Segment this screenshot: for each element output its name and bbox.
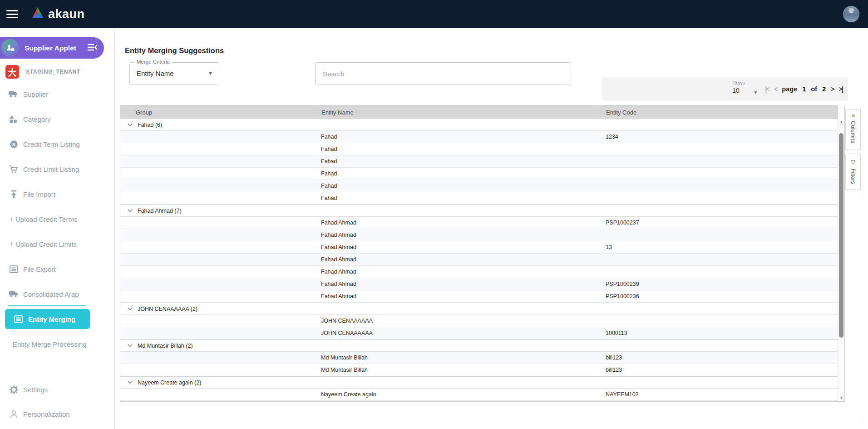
table-group-row[interactable]: Fahad (6)	[120, 119, 838, 131]
truck-icon	[8, 291, 19, 298]
search-input[interactable]	[315, 62, 571, 85]
sidebar-item-consolidated-arap[interactable]: Consolidated Arap	[0, 286, 97, 302]
sidebar-item-label: Upload Credit Terms	[15, 215, 77, 223]
scroll-up-icon[interactable]: ▲	[838, 120, 845, 124]
entity-name-cell: Fahad Ahmad	[317, 266, 599, 278]
entity-code-cell: 13	[599, 241, 838, 253]
column-header-entity-name[interactable]: Entity Name	[317, 106, 599, 119]
table-row[interactable]: Fahad Ahmad PSP1000237	[120, 217, 838, 229]
sidebar: Supplier Applet 大 STAGING_TENANT	[0, 28, 97, 429]
chevron-down-icon[interactable]	[128, 123, 133, 126]
tab-filters-label: Filters	[850, 169, 856, 184]
last-page-icon[interactable]: >|	[838, 85, 843, 93]
entity-code-cell: 1000113	[599, 327, 838, 339]
group-label: Md Muntasir Billah (2)	[138, 343, 193, 349]
pager: |< < page 1 of 2 > >|	[765, 85, 843, 93]
table-row[interactable]: Fahad Ahmad PSP1000239	[120, 278, 838, 290]
merge-criteria-value: Entity Name	[137, 70, 174, 77]
table-row[interactable]: Fahad	[120, 180, 838, 192]
prev-page-icon[interactable]: <	[774, 85, 777, 93]
entity-name-cell: JOHN CENAAAAAA	[317, 327, 599, 339]
table-row[interactable]: Md Muntasir Billah bill123	[120, 352, 838, 364]
table-row[interactable]: Fahad Ahmad	[120, 266, 838, 278]
table-group-row[interactable]: JOHN CENAAAAAA (2)	[120, 303, 838, 315]
entity-code-cell: PSP1000239	[599, 278, 838, 290]
supplier-applet-button[interactable]: Supplier Applet	[0, 37, 104, 59]
table-row[interactable]: Md Muntasir Billah bill123	[120, 364, 838, 376]
collapse-sidebar-icon[interactable]	[88, 44, 98, 53]
chevron-down-icon[interactable]	[128, 209, 133, 212]
next-page-icon[interactable]: >	[831, 85, 833, 93]
table-group-row[interactable]: Md Muntasir Billah (2)	[120, 339, 838, 352]
rows-per-page-select[interactable]: Rows 10 ▼	[732, 80, 759, 98]
entity-name-cell: Fahad Ahmad	[317, 278, 599, 290]
mini-upload-icon	[9, 242, 14, 247]
app-root: akaun Supplier Applet	[0, 0, 868, 429]
sidebar-item-supplier[interactable]: Supplier	[0, 86, 97, 102]
table-row[interactable]: Fahad Ahmad 13	[120, 241, 838, 254]
tab-filters[interactable]: ▽ Filters	[845, 154, 861, 190]
sidebar-item-category[interactable]: Category	[0, 111, 97, 127]
group-label: JOHN CENAAAAAA (2)	[138, 306, 197, 312]
sidebar-item-entity-merge-processing[interactable]: Entity Merge Processing	[0, 336, 97, 352]
sidebar-item-entity-merging[interactable]: Entity Merging	[5, 309, 90, 329]
scroll-down-icon[interactable]: ▼	[838, 396, 845, 400]
column-header-entity-code[interactable]: Entity Code	[599, 106, 838, 119]
page-title: Entity Merging Suggestions	[125, 46, 224, 55]
entity-name-cell: Fahad Ahmad	[317, 229, 599, 241]
hamburger-menu-icon[interactable]	[6, 10, 18, 18]
entity-name-cell: Fahad Ahmad	[317, 254, 599, 265]
table-header: Group Entity Name Entity Code	[120, 105, 838, 119]
sidebar-item-label: Consolidated Arap	[23, 290, 79, 298]
chevron-down-icon[interactable]	[128, 381, 133, 384]
topbar: akaun	[0, 0, 868, 28]
table-row[interactable]: JOHN CENAAAAAA	[120, 315, 838, 327]
table-row[interactable]: Fahad Ahmad	[120, 254, 838, 266]
sidebar-item-file-import[interactable]: File Import	[0, 186, 97, 202]
sidebar-item-credit-limit-listing[interactable]: Credit Limit Listing	[0, 161, 97, 177]
table-row[interactable]: Fahad 1234	[120, 131, 838, 143]
person-icon	[8, 410, 19, 419]
column-header-group[interactable]: Group	[120, 106, 317, 119]
scrollbar-thumb[interactable]	[839, 133, 843, 338]
first-page-icon[interactable]: |<	[765, 85, 769, 93]
sidebar-item-label: Category	[23, 115, 51, 123]
table-row[interactable]: Fahad	[120, 143, 838, 155]
table-row[interactable]: Fahad Ahmad	[120, 229, 838, 241]
table-row[interactable]: JOHN CENAAAAAA 1000113	[120, 327, 838, 339]
table-row[interactable]: Fahad	[120, 155, 838, 168]
table-row[interactable]: Fahad Ahmad PSP1000236	[120, 290, 838, 303]
table-row[interactable]: Fahad	[120, 168, 838, 180]
sidebar-item-upload-credit-limits[interactable]: Upload Credit Limits	[0, 236, 97, 252]
entity-code-cell: bill123	[599, 352, 838, 364]
entity-code-cell: NAYEEM103	[599, 389, 838, 400]
entity-name-cell: Md Muntasir Billah	[317, 352, 599, 364]
group-label: Fahad (6)	[138, 122, 162, 128]
page-total: 2	[822, 85, 826, 93]
tab-columns[interactable]: ≡ Columns	[845, 109, 861, 150]
chevron-down-icon[interactable]	[128, 307, 133, 310]
entity-name-cell: Fahad Ahmad	[317, 290, 599, 302]
list-box-icon	[8, 265, 19, 273]
sidebar-item-credit-term-listing[interactable]: S Credit Term Listing	[0, 136, 97, 152]
mini-upload-icon	[9, 217, 14, 221]
table-row[interactable]: Nayeem Create again NAYEEM103	[120, 389, 838, 401]
entity-code-cell	[599, 155, 838, 167]
vertical-scrollbar[interactable]: ▲ ▼	[838, 119, 844, 401]
table-group-row[interactable]: Nayeem Create again (2)	[120, 376, 838, 389]
table-row[interactable]: Fahad	[120, 192, 838, 205]
sidebar-item-upload-credit-terms[interactable]: Upload Credit Terms	[0, 211, 97, 227]
sidebar-item-personalization[interactable]: Personalization	[0, 406, 97, 422]
entity-name-cell: Fahad	[317, 155, 599, 167]
tenant-label: STAGING_TENANT	[26, 69, 80, 75]
merge-criteria-select[interactable]: Merge Criteria Entity Name ▼	[129, 62, 219, 85]
table-group-row[interactable]: Fahad Ahmad (7)	[120, 205, 838, 217]
entity-name-cell: Fahad	[317, 168, 599, 180]
entity-code-cell	[599, 315, 838, 327]
user-avatar[interactable]	[843, 5, 860, 23]
sidebar-item-settings[interactable]: Settings	[0, 382, 97, 397]
tenant-row[interactable]: 大 STAGING_TENANT	[5, 65, 80, 79]
chevron-down-icon[interactable]	[128, 344, 133, 347]
sidebar-item-file-export[interactable]: File Export	[0, 261, 97, 277]
suggestions-table-body: Fahad (6) Fahad 1234 Fahad Fahad Fahad F…	[120, 119, 844, 401]
